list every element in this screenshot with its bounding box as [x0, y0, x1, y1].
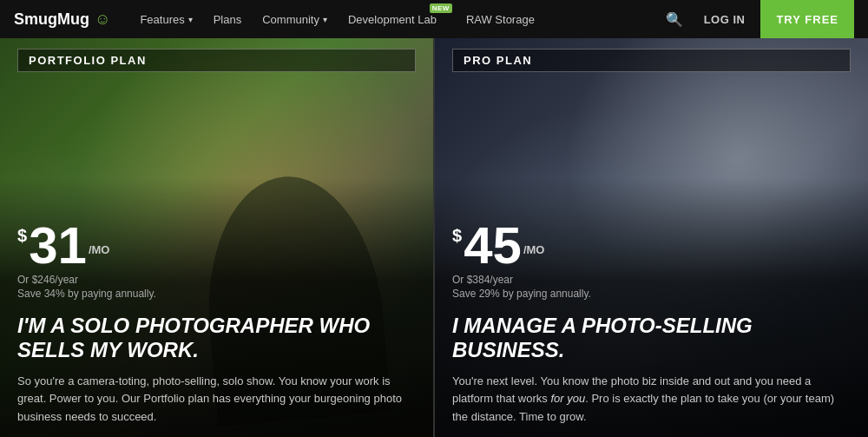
pro-price-dollar: $: [452, 227, 462, 244]
nav-item-devlab[interactable]: NEW Development Lab: [339, 0, 454, 38]
search-icon[interactable]: 🔍: [661, 11, 688, 28]
portfolio-description: So you're a camera-toting, photo-selling…: [17, 373, 416, 427]
portfolio-price-save: Save 34% by paying annually.: [17, 288, 416, 300]
pro-price-save: Save 29% by paying annually.: [452, 288, 851, 300]
nav-right: 🔍 LOG IN TRY FREE: [661, 0, 854, 38]
nav-item-plans[interactable]: Plans: [205, 0, 251, 38]
portfolio-price-dollar: $: [17, 227, 27, 244]
logo-text: SmugMug: [14, 10, 89, 29]
try-free-button[interactable]: TRY FREE: [760, 0, 854, 38]
portfolio-price-per: /MO: [89, 244, 110, 255]
portfolio-price-amount: 31: [29, 220, 87, 272]
nav-item-raw-storage[interactable]: RAW Storage: [457, 0, 543, 38]
portfolio-price-line: $ 31 /MO: [17, 220, 416, 272]
pro-desc-em: for you: [550, 392, 585, 405]
pro-plan-card: PRO PLAN $ 45 /MO Or $384/year Save 29% …: [435, 38, 868, 437]
pro-price-annual: Or $384/year: [452, 274, 851, 286]
portfolio-headline: I'M A SOLO PHOTOGRAPHER WHO SELLS MY WOR…: [17, 314, 416, 361]
nav-item-features[interactable]: Features ▾: [131, 0, 201, 38]
login-button[interactable]: LOG IN: [695, 13, 754, 26]
pro-price-amount: 45: [464, 220, 522, 272]
plans-container: PORTFOLIO PLAN $ 31 /MO Or $246/year Sav…: [0, 38, 868, 437]
logo-icon: ☺: [95, 10, 110, 29]
pro-description: You're next level. You know the photo bi…: [452, 373, 851, 427]
pro-headline: I MANAGE A PHOTO-SELLING BUSINESS.: [452, 314, 851, 361]
portfolio-price-section: $ 31 /MO Or $246/year Save 34% by paying…: [17, 220, 416, 308]
logo[interactable]: SmugMug ☺: [14, 10, 110, 29]
nav-items: Features ▾ Plans Community ▾ NEW Develop…: [131, 0, 660, 38]
portfolio-price-annual: Or $246/year: [17, 274, 416, 286]
portfolio-plan-label: PORTFOLIO PLAN: [17, 49, 416, 72]
nav-item-community[interactable]: Community ▾: [253, 0, 336, 38]
new-badge: NEW: [430, 3, 452, 13]
navbar: SmugMug ☺ Features ▾ Plans Community ▾ N…: [0, 0, 868, 38]
pro-plan-content: PRO PLAN $ 45 /MO Or $384/year Save 29% …: [435, 38, 868, 437]
portfolio-plan-content: PORTFOLIO PLAN $ 31 /MO Or $246/year Sav…: [0, 38, 433, 437]
pro-price-per: /MO: [523, 244, 545, 255]
chevron-down-icon: ▾: [188, 15, 193, 24]
pro-plan-label: PRO PLAN: [452, 49, 851, 72]
pro-price-line: $ 45 /MO: [452, 220, 851, 272]
chevron-down-icon: ▾: [323, 15, 327, 24]
pro-price-section: $ 45 /MO Or $384/year Save 29% by paying…: [452, 220, 851, 308]
portfolio-plan-card: PORTFOLIO PLAN $ 31 /MO Or $246/year Sav…: [0, 38, 435, 437]
